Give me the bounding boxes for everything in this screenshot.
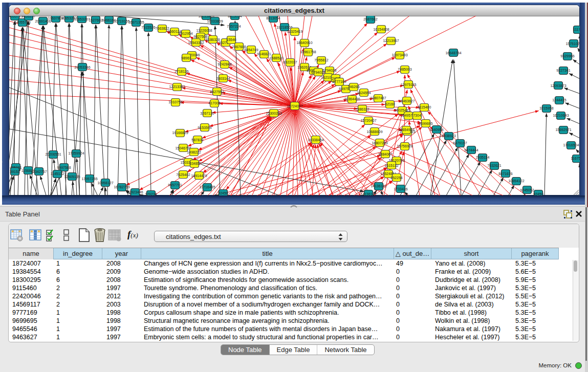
svg-text:1588520: 1588520 [269, 56, 283, 60]
svg-text:2935114: 2935114 [476, 156, 490, 159]
svg-text:16033809: 16033809 [207, 19, 223, 23]
svg-text:8912954: 8912954 [179, 32, 192, 35]
svg-text:19654923: 19654923 [398, 128, 414, 132]
svg-text:12213967: 12213967 [383, 39, 399, 42]
svg-text:10719155: 10719155 [114, 19, 129, 23]
svg-text:8813054: 8813054 [266, 16, 280, 20]
svg-text:9329966: 9329966 [560, 54, 574, 58]
svg-text:1640954: 1640954 [429, 128, 443, 132]
svg-text:16210643: 16210643 [553, 114, 569, 117]
svg-text:7625402: 7625402 [176, 173, 190, 177]
svg-text:1733426: 1733426 [394, 187, 407, 191]
svg-text:19338454: 19338454 [308, 138, 323, 142]
svg-text:15692971: 15692971 [555, 128, 571, 132]
svg-text:7632621: 7632621 [487, 164, 501, 167]
svg-text:62160: 62160 [385, 102, 395, 106]
svg-text:7357224: 7357224 [227, 25, 241, 28]
svg-text:10688609: 10688609 [366, 130, 382, 134]
svg-text:14055713: 14055713 [14, 20, 30, 24]
svg-text:8813054: 8813054 [228, 16, 242, 18]
svg-text:39153: 39153 [10, 170, 20, 173]
svg-text:17359924: 17359924 [68, 151, 84, 155]
svg-text:9153594: 9153594 [198, 126, 211, 129]
svg-text:8938923: 8938923 [442, 134, 455, 138]
svg-text:15720407: 15720407 [360, 119, 376, 122]
svg-text:7304: 7304 [413, 114, 421, 117]
svg-text:2718126: 2718126 [175, 70, 188, 73]
svg-text:20364436: 20364436 [344, 97, 360, 101]
svg-text:20691406: 20691406 [35, 19, 51, 23]
svg-text:6479197: 6479197 [453, 141, 467, 145]
svg-text:16671355: 16671355 [128, 20, 144, 24]
svg-text:6794028: 6794028 [322, 69, 336, 72]
svg-text:12975115: 12975115 [401, 83, 417, 86]
svg-text:1615132: 1615132 [384, 164, 398, 167]
svg-text:13226058: 13226058 [196, 29, 212, 32]
svg-text:18640910: 18640910 [296, 41, 312, 45]
svg-text:16914479: 16914479 [191, 174, 207, 178]
svg-text:16648784: 16648784 [445, 51, 461, 55]
svg-text:18724007: 18724007 [287, 104, 302, 108]
svg-text:7485003: 7485003 [398, 68, 411, 71]
svg-text:2687682: 2687682 [363, 17, 377, 21]
svg-text:16543362: 16543362 [188, 41, 204, 45]
svg-text:10653287: 10653287 [74, 17, 90, 21]
svg-text:10961758: 10961758 [300, 50, 316, 54]
svg-text:8186328: 8186328 [206, 38, 220, 41]
svg-text:9227341: 9227341 [556, 69, 570, 72]
svg-text:19166825: 19166825 [172, 131, 188, 135]
svg-text:19756928: 19756928 [397, 144, 412, 148]
svg-text:3267130: 3267130 [200, 112, 214, 115]
svg-text:129234: 129234 [145, 192, 157, 195]
svg-text:17957255: 17957255 [81, 177, 97, 181]
svg-text:746266: 746266 [347, 85, 359, 89]
svg-text:12923446: 12923446 [127, 190, 143, 194]
svg-text:8322037: 8322037 [283, 60, 297, 64]
svg-text:12093873: 12093873 [550, 84, 566, 87]
svg-text:98961: 98961 [181, 56, 191, 60]
svg-text:18807249: 18807249 [372, 141, 387, 145]
svg-text:9777169: 9777169 [332, 80, 346, 83]
svg-text:18463627: 18463627 [399, 99, 415, 103]
svg-text:9474444: 9474444 [464, 148, 478, 152]
svg-text:12342757: 12342757 [31, 170, 47, 173]
svg-text:19218506: 19218506 [276, 26, 292, 29]
svg-text:17016504: 17016504 [563, 143, 579, 147]
svg-text:9146821: 9146821 [257, 52, 271, 56]
svg-text:16154808: 16154808 [373, 28, 389, 31]
svg-text:7386322: 7386322 [355, 107, 369, 111]
svg-text:10654122: 10654122 [508, 179, 524, 183]
svg-text:12213382: 12213382 [169, 85, 185, 89]
svg-text:14136141: 14136141 [371, 184, 386, 188]
svg-text:7955812: 7955812 [314, 58, 328, 62]
svg-text:20206551: 20206551 [45, 152, 61, 156]
svg-text:15546: 15546 [226, 38, 236, 41]
svg-text:1010755: 1010755 [168, 100, 182, 104]
svg-text:9853257: 9853257 [21, 16, 35, 18]
svg-text:116753: 116753 [571, 157, 580, 160]
svg-text:10807487: 10807487 [370, 96, 386, 100]
svg-text:417006: 417006 [208, 101, 220, 105]
svg-text:92450: 92450 [533, 192, 543, 195]
svg-text:3215958: 3215958 [539, 106, 553, 110]
svg-text:9457791: 9457791 [168, 183, 182, 187]
svg-text:9245052: 9245052 [520, 188, 534, 192]
svg-text:14055713: 14055713 [9, 16, 23, 18]
svg-text:9997588: 9997588 [57, 166, 71, 169]
svg-text:33485: 33485 [189, 162, 200, 165]
svg-text:1527602: 1527602 [89, 18, 102, 22]
svg-text:9115460: 9115460 [418, 105, 431, 109]
svg-text:14136141: 14136141 [360, 192, 376, 195]
svg-text:15751074: 15751074 [565, 42, 580, 46]
svg-text:1244415: 1244415 [552, 98, 566, 102]
svg-text:9242848: 9242848 [217, 62, 231, 66]
svg-text:15046766: 15046766 [175, 146, 191, 150]
svg-text:10973493: 10973493 [391, 53, 407, 57]
svg-text:1145132: 1145132 [51, 172, 64, 176]
svg-text:11174: 11174 [573, 28, 580, 31]
svg-text:8471676: 8471676 [498, 172, 512, 176]
svg-text:9884067: 9884067 [378, 152, 392, 156]
svg-text:13716485: 13716485 [199, 185, 215, 189]
svg-text:11325419: 11325419 [287, 30, 303, 33]
svg-text:9699695: 9699695 [419, 122, 432, 125]
